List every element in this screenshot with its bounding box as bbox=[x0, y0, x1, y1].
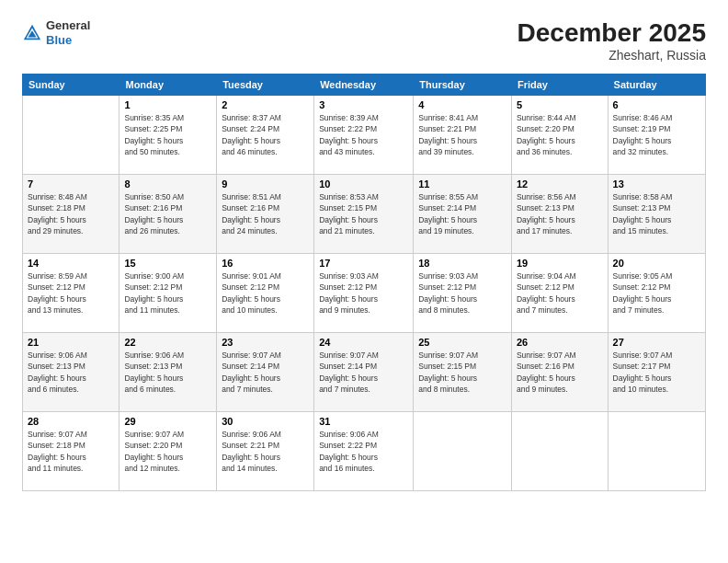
day-number: 7 bbox=[28, 178, 114, 190]
calendar-cell: 24Sunrise: 9:07 AMSunset: 2:14 PMDayligh… bbox=[314, 333, 414, 412]
header: General Blue December 2025 Zheshart, Rus… bbox=[22, 18, 706, 63]
day-info: Sunrise: 9:07 AMSunset: 2:14 PMDaylight:… bbox=[319, 350, 408, 395]
day-number: 24 bbox=[319, 337, 408, 348]
day-number: 2 bbox=[222, 99, 309, 110]
day-number: 14 bbox=[28, 258, 114, 269]
day-info: Sunrise: 8:59 AMSunset: 2:12 PMDaylight:… bbox=[28, 270, 114, 316]
calendar-header-row: Sunday Monday Tuesday Wednesday Thursday… bbox=[23, 75, 706, 96]
day-info: Sunrise: 9:05 AMSunset: 2:12 PMDaylight:… bbox=[613, 270, 700, 316]
day-number: 19 bbox=[517, 258, 603, 269]
calendar-cell: 23Sunrise: 9:07 AMSunset: 2:14 PMDayligh… bbox=[217, 333, 314, 412]
calendar-cell: 6Sunrise: 8:46 AMSunset: 2:19 PMDaylight… bbox=[608, 96, 705, 175]
day-number: 28 bbox=[28, 416, 114, 427]
day-info: Sunrise: 8:35 AMSunset: 2:25 PMDaylight:… bbox=[124, 112, 211, 157]
calendar-table: Sunday Monday Tuesday Wednesday Thursday… bbox=[22, 74, 706, 491]
day-number: 31 bbox=[319, 416, 408, 427]
calendar-cell: 16Sunrise: 9:01 AMSunset: 2:12 PMDayligh… bbox=[217, 254, 314, 333]
day-info: Sunrise: 8:44 AMSunset: 2:20 PMDaylight:… bbox=[517, 112, 603, 157]
logo-blue-text: Blue bbox=[46, 33, 72, 47]
calendar-cell: 22Sunrise: 9:06 AMSunset: 2:13 PMDayligh… bbox=[119, 333, 217, 412]
calendar-week-2: 7Sunrise: 8:48 AMSunset: 2:18 PMDaylight… bbox=[23, 175, 706, 254]
day-number: 6 bbox=[613, 99, 700, 110]
day-number: 12 bbox=[517, 178, 603, 190]
day-number: 17 bbox=[319, 258, 408, 269]
calendar-cell: 4Sunrise: 8:41 AMSunset: 2:21 PMDaylight… bbox=[414, 96, 512, 175]
calendar-cell: 26Sunrise: 9:07 AMSunset: 2:16 PMDayligh… bbox=[511, 333, 608, 412]
calendar-cell: 11Sunrise: 8:55 AMSunset: 2:14 PMDayligh… bbox=[414, 175, 512, 254]
calendar-cell: 14Sunrise: 8:59 AMSunset: 2:12 PMDayligh… bbox=[23, 254, 119, 333]
day-number: 5 bbox=[517, 99, 603, 110]
calendar-week-5: 28Sunrise: 9:07 AMSunset: 2:18 PMDayligh… bbox=[23, 412, 706, 491]
day-info: Sunrise: 8:58 AMSunset: 2:13 PMDaylight:… bbox=[613, 191, 700, 236]
day-info: Sunrise: 9:07 AMSunset: 2:14 PMDaylight:… bbox=[222, 350, 309, 395]
header-sunday: Sunday bbox=[23, 75, 119, 96]
header-saturday: Saturday bbox=[608, 75, 705, 96]
day-info: Sunrise: 8:39 AMSunset: 2:22 PMDaylight:… bbox=[319, 112, 408, 157]
calendar-week-4: 21Sunrise: 9:06 AMSunset: 2:13 PMDayligh… bbox=[23, 333, 706, 412]
logo: General Blue bbox=[22, 18, 90, 47]
calendar-cell: 30Sunrise: 9:06 AMSunset: 2:21 PMDayligh… bbox=[217, 412, 314, 491]
calendar-cell: 3Sunrise: 8:39 AMSunset: 2:22 PMDaylight… bbox=[314, 96, 414, 175]
calendar-cell: 2Sunrise: 8:37 AMSunset: 2:24 PMDaylight… bbox=[217, 96, 314, 175]
calendar-week-1: 1Sunrise: 8:35 AMSunset: 2:25 PMDaylight… bbox=[23, 96, 706, 175]
calendar-cell: 28Sunrise: 9:07 AMSunset: 2:18 PMDayligh… bbox=[23, 412, 119, 491]
calendar-cell bbox=[608, 412, 705, 491]
day-info: Sunrise: 8:41 AMSunset: 2:21 PMDaylight:… bbox=[418, 112, 506, 157]
calendar-cell: 8Sunrise: 8:50 AMSunset: 2:16 PMDaylight… bbox=[119, 175, 217, 254]
logo-general-text: General bbox=[46, 18, 90, 32]
day-number: 16 bbox=[222, 258, 309, 269]
calendar-cell: 12Sunrise: 8:56 AMSunset: 2:13 PMDayligh… bbox=[511, 175, 608, 254]
calendar-cell: 1Sunrise: 8:35 AMSunset: 2:25 PMDaylight… bbox=[119, 96, 217, 175]
day-number: 23 bbox=[222, 337, 309, 348]
day-number: 29 bbox=[124, 416, 211, 427]
month-title: December 2025 bbox=[518, 18, 706, 48]
calendar-cell: 17Sunrise: 9:03 AMSunset: 2:12 PMDayligh… bbox=[314, 254, 414, 333]
day-info: Sunrise: 9:03 AMSunset: 2:12 PMDaylight:… bbox=[418, 270, 506, 316]
day-info: Sunrise: 8:56 AMSunset: 2:13 PMDaylight:… bbox=[517, 191, 603, 236]
day-number: 11 bbox=[418, 178, 506, 190]
day-info: Sunrise: 9:07 AMSunset: 2:20 PMDaylight:… bbox=[124, 429, 211, 474]
day-number: 10 bbox=[319, 178, 408, 190]
day-number: 4 bbox=[418, 99, 506, 110]
day-info: Sunrise: 8:46 AMSunset: 2:19 PMDaylight:… bbox=[613, 112, 700, 157]
header-thursday: Thursday bbox=[414, 75, 512, 96]
day-info: Sunrise: 8:53 AMSunset: 2:15 PMDaylight:… bbox=[319, 191, 408, 236]
day-info: Sunrise: 9:07 AMSunset: 2:15 PMDaylight:… bbox=[418, 350, 506, 395]
day-info: Sunrise: 8:48 AMSunset: 2:18 PMDaylight:… bbox=[28, 191, 114, 236]
day-number: 21 bbox=[28, 337, 114, 348]
day-info: Sunrise: 9:01 AMSunset: 2:12 PMDaylight:… bbox=[222, 270, 309, 316]
calendar-cell: 25Sunrise: 9:07 AMSunset: 2:15 PMDayligh… bbox=[414, 333, 512, 412]
title-block: December 2025 Zheshart, Russia bbox=[518, 18, 706, 63]
day-number: 8 bbox=[124, 178, 211, 190]
calendar-cell: 27Sunrise: 9:07 AMSunset: 2:17 PMDayligh… bbox=[608, 333, 705, 412]
header-tuesday: Tuesday bbox=[217, 75, 314, 96]
day-info: Sunrise: 9:06 AMSunset: 2:13 PMDaylight:… bbox=[124, 350, 211, 395]
day-number: 1 bbox=[124, 99, 211, 110]
day-info: Sunrise: 9:06 AMSunset: 2:13 PMDaylight:… bbox=[28, 350, 114, 395]
calendar-cell: 31Sunrise: 9:06 AMSunset: 2:22 PMDayligh… bbox=[314, 412, 414, 491]
day-number: 15 bbox=[124, 258, 211, 269]
day-info: Sunrise: 8:37 AMSunset: 2:24 PMDaylight:… bbox=[222, 112, 309, 157]
location: Zheshart, Russia bbox=[518, 48, 706, 63]
day-number: 30 bbox=[222, 416, 309, 427]
day-info: Sunrise: 8:55 AMSunset: 2:14 PMDaylight:… bbox=[418, 191, 506, 236]
calendar-cell: 5Sunrise: 8:44 AMSunset: 2:20 PMDaylight… bbox=[511, 96, 608, 175]
day-number: 20 bbox=[613, 258, 700, 269]
day-number: 13 bbox=[613, 178, 700, 190]
calendar-week-3: 14Sunrise: 8:59 AMSunset: 2:12 PMDayligh… bbox=[23, 254, 706, 333]
calendar-cell: 13Sunrise: 8:58 AMSunset: 2:13 PMDayligh… bbox=[608, 175, 705, 254]
day-info: Sunrise: 8:51 AMSunset: 2:16 PMDaylight:… bbox=[222, 191, 309, 236]
day-info: Sunrise: 9:03 AMSunset: 2:12 PMDaylight:… bbox=[319, 270, 408, 316]
day-number: 22 bbox=[124, 337, 211, 348]
day-info: Sunrise: 9:06 AMSunset: 2:22 PMDaylight:… bbox=[319, 429, 408, 474]
day-info: Sunrise: 9:00 AMSunset: 2:12 PMDaylight:… bbox=[124, 270, 211, 316]
day-number: 25 bbox=[418, 337, 506, 348]
calendar-cell: 9Sunrise: 8:51 AMSunset: 2:16 PMDaylight… bbox=[217, 175, 314, 254]
page: General Blue December 2025 Zheshart, Rus… bbox=[0, 0, 728, 563]
calendar-cell: 7Sunrise: 8:48 AMSunset: 2:18 PMDaylight… bbox=[23, 175, 119, 254]
calendar-cell bbox=[511, 412, 608, 491]
calendar-cell: 15Sunrise: 9:00 AMSunset: 2:12 PMDayligh… bbox=[119, 254, 217, 333]
calendar-cell: 10Sunrise: 8:53 AMSunset: 2:15 PMDayligh… bbox=[314, 175, 414, 254]
day-info: Sunrise: 9:07 AMSunset: 2:16 PMDaylight:… bbox=[517, 350, 603, 395]
day-info: Sunrise: 9:07 AMSunset: 2:18 PMDaylight:… bbox=[28, 429, 114, 474]
